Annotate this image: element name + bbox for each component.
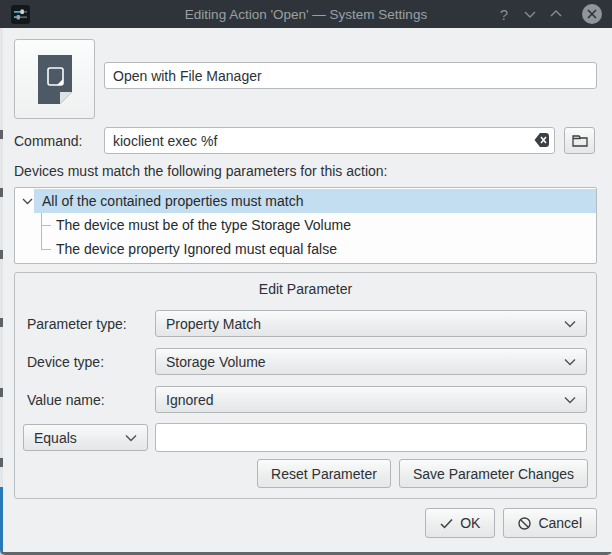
window-edge-artifact — [0, 318, 3, 327]
expander-chevron-down-icon[interactable] — [22, 198, 33, 205]
tree-item-root[interactable]: All of the contained properties must mat… — [42, 189, 303, 213]
edit-parameter-groupbox: Edit Parameter Parameter type: Property … — [14, 272, 597, 499]
tree-branch-line — [41, 249, 51, 250]
reset-parameter-button[interactable]: Reset Parameter — [257, 459, 391, 488]
parameter-value-input[interactable] — [155, 423, 587, 452]
check-icon — [440, 518, 453, 529]
value-name-label: Value name: — [27, 392, 155, 408]
action-icon-button[interactable] — [14, 39, 95, 119]
device-type-row: Device type: Storage Volume — [27, 348, 587, 375]
window-edge-artifact — [0, 487, 3, 555]
cancel-label: Cancel — [538, 515, 582, 531]
command-value: kioclient exec %f — [113, 133, 217, 149]
window-edge-artifact — [0, 458, 3, 467]
close-button[interactable] — [582, 4, 602, 24]
action-name-value: Open with File Manager — [113, 68, 262, 84]
browse-file-button[interactable] — [564, 127, 595, 154]
maximize-button[interactable] — [544, 0, 568, 28]
window-edge-artifact — [0, 130, 3, 139]
value-name-value: Ignored — [166, 392, 213, 408]
window-edge-artifact — [0, 250, 3, 259]
device-type-label: Device type: — [27, 354, 155, 370]
value-name-row: Value name: Ignored — [27, 386, 587, 413]
parameter-type-row: Parameter type: Property Match — [27, 310, 587, 337]
tree-branch-line — [41, 225, 51, 226]
command-field[interactable]: kioclient exec %f — [104, 127, 555, 154]
parameter-type-label: Parameter type: — [27, 316, 155, 332]
device-type-value: Storage Volume — [166, 354, 266, 370]
window-edge-artifact — [0, 188, 3, 197]
operator-select[interactable]: Equals — [23, 424, 148, 451]
parameter-type-select[interactable]: Property Match — [155, 310, 587, 337]
folder-icon — [572, 134, 588, 147]
tree-item-property[interactable]: The device property Ignored must equal f… — [56, 237, 337, 261]
ok-label: OK — [460, 515, 480, 531]
parameter-type-value: Property Match — [166, 316, 261, 332]
chevron-down-icon — [125, 434, 137, 442]
device-type-select[interactable]: Storage Volume — [155, 348, 587, 375]
window-edge-artifact — [0, 28, 3, 552]
chevron-down-icon — [564, 320, 576, 328]
operator-value: Equals — [34, 430, 77, 446]
cancel-button[interactable]: Cancel — [503, 508, 597, 538]
chevron-down-icon — [564, 396, 576, 404]
tree-branch-line — [41, 213, 42, 249]
groupbox-title: Edit Parameter — [15, 281, 596, 297]
devices-hint: Devices must match the following paramet… — [14, 163, 388, 179]
cancel-slash-circle-icon — [518, 517, 531, 530]
help-button[interactable]: ? — [492, 0, 516, 28]
tree-item-device-type[interactable]: The device must be of the type Storage V… — [56, 213, 351, 237]
value-name-select[interactable]: Ignored — [155, 386, 587, 413]
operator-row: Equals — [23, 423, 587, 452]
file-document-icon — [35, 53, 75, 105]
system-settings-icon — [11, 5, 30, 24]
chevron-down-icon — [564, 358, 576, 366]
command-label: Command: — [14, 133, 82, 149]
minimize-button[interactable] — [518, 0, 542, 28]
ok-button[interactable]: OK — [425, 508, 495, 538]
titlebar[interactable]: Editing Action 'Open' — System Settings … — [0, 0, 612, 28]
clear-text-icon[interactable] — [528, 131, 550, 149]
parameters-tree[interactable]: All of the contained properties must mat… — [14, 187, 597, 264]
save-parameter-changes-button[interactable]: Save Parameter Changes — [399, 459, 588, 488]
edit-action-dialog: Editing Action 'Open' — System Settings … — [0, 0, 612, 555]
window-edge-artifact — [0, 388, 3, 397]
action-name-field[interactable]: Open with File Manager — [104, 62, 597, 89]
